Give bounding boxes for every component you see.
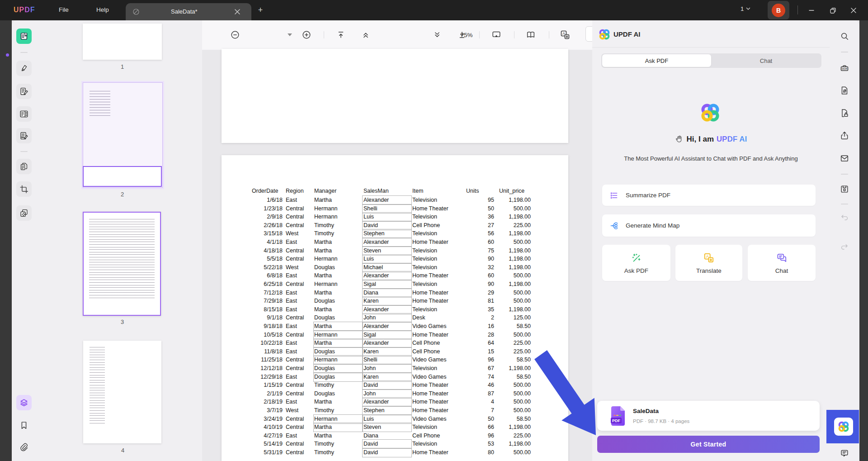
new-tab-button[interactable]: + — [256, 5, 265, 14]
ai-tagline: The Most Powerful AI Assistant to Chat w… — [592, 155, 830, 162]
summarize-label: Summarize PDF — [626, 192, 670, 199]
close-button[interactable] — [848, 5, 859, 16]
app-logo: UPDF — [14, 6, 35, 14]
bookmark-panel-button[interactable] — [16, 418, 32, 433]
updf-ai-hero-logo — [699, 102, 721, 124]
fill-sign-icon — [19, 131, 29, 141]
double-chevron-up-icon — [361, 30, 371, 40]
open-book-icon — [526, 30, 536, 40]
layers-panel-button[interactable] — [16, 395, 32, 410]
toolbar-separator — [324, 31, 324, 38]
titlebar-divider — [797, 5, 798, 14]
instance-count-dropdown[interactable]: 1 — [741, 5, 750, 12]
protect-button[interactable] — [837, 105, 852, 121]
rail-divider — [20, 151, 28, 152]
minimize-button[interactable] — [806, 5, 817, 16]
plus-circle-icon — [302, 30, 311, 40]
highlighter-icon — [19, 63, 29, 73]
translate-card[interactable]: A Translate — [675, 245, 742, 281]
first-page-button[interactable] — [335, 29, 346, 40]
thumbnail-page-2[interactable] — [83, 82, 163, 188]
share-button[interactable] — [837, 128, 852, 143]
table-row: 2/26/18CentralTimothyDavidCell Phone2722… — [222, 221, 556, 230]
tab-ask-pdf[interactable]: Ask PDF — [602, 54, 711, 67]
crop-pages-button[interactable] — [16, 181, 32, 197]
reader-icon — [19, 31, 29, 41]
table-row: 7/12/18EastMarthaDianaHome Theater29500.… — [222, 289, 556, 297]
watermark-button[interactable] — [16, 205, 32, 221]
table-row: 8/15/18EastMarthaAlexanderTelevision351,… — [222, 305, 556, 314]
last-page-button[interactable] — [457, 29, 467, 40]
generate-mind-map-button[interactable]: Generate Mind Map — [602, 214, 816, 237]
menu-help[interactable]: Help — [96, 6, 109, 13]
save-button[interactable] — [837, 181, 852, 197]
feedback-comment-icon — [840, 448, 849, 458]
chat-card[interactable]: Chat — [748, 245, 816, 281]
organize-pages-button[interactable] — [16, 159, 32, 174]
thumbnail-label: 3 — [83, 318, 162, 325]
tab-chat[interactable]: Chat — [712, 54, 821, 67]
file-name: SaleData — [633, 408, 659, 414]
file-card[interactable]: PDF SaleData PDF · 98.7 KB · 4 pages — [597, 401, 820, 431]
search-icon — [840, 31, 849, 41]
updf-ai-sidebar-button[interactable] — [826, 410, 859, 443]
table-row: 12/29/18EastDouglasKarenVideo Games7458.… — [222, 373, 556, 381]
greeting-brand: UPDF AI — [717, 135, 747, 144]
restore-button[interactable] — [827, 5, 838, 16]
rail-divider — [841, 52, 848, 52]
zoom-out-button[interactable] — [230, 29, 241, 40]
avatar: B — [772, 4, 785, 17]
comment-tool-button[interactable] — [16, 84, 32, 99]
highlighter-tool-button[interactable] — [16, 61, 32, 76]
undo-button[interactable] — [837, 209, 852, 225]
avatar-container[interactable]: B — [768, 1, 789, 19]
column-header: Manager — [314, 188, 336, 194]
mail-button[interactable] — [837, 151, 852, 166]
reading-mode-button[interactable] — [525, 29, 536, 40]
convert-button[interactable] — [837, 83, 852, 98]
updf-ai-logo-icon — [598, 28, 611, 41]
thumbnail-page-1[interactable] — [83, 24, 162, 60]
feedback-button[interactable] — [837, 446, 852, 461]
menu-file[interactable]: File — [59, 6, 69, 13]
form-tool-button[interactable] — [16, 106, 32, 122]
document-viewer[interactable]: OrderDate Region Manager SalesMan Item U… — [202, 50, 592, 461]
next-page-button[interactable] — [432, 29, 443, 40]
thumbnail-page-3[interactable] — [83, 212, 161, 316]
sign-tool-button[interactable] — [16, 128, 32, 143]
attachment-panel-button[interactable] — [16, 439, 32, 455]
translate-page-button[interactable]: A — [560, 29, 571, 40]
ocr-button[interactable]: OCR — [837, 60, 852, 76]
pdf-file-icon: PDF — [610, 405, 626, 427]
presentation-mode-button[interactable] — [491, 29, 502, 40]
table-row: 5/14/19CentralTimothyDavidTelevision531,… — [222, 440, 556, 448]
zoom-in-button[interactable] — [301, 29, 312, 40]
reader-mode-button[interactable] — [16, 29, 32, 44]
ask-pdf-card[interactable]: Ask PDF — [602, 245, 670, 281]
tab-edit-disabled-icon — [132, 8, 140, 16]
ai-tabs: Ask PDF Chat — [601, 53, 821, 68]
viewer-toolbar: 75% 3 / 4 A — [202, 20, 592, 50]
thumbnail-page-4[interactable] — [83, 341, 161, 443]
zoom-dropdown-caret[interactable] — [284, 29, 295, 40]
card-label: Chat — [775, 267, 788, 274]
search-button[interactable] — [837, 29, 852, 44]
thumbnail-viewport-indicator[interactable] — [83, 166, 162, 187]
table-row: 10/22/18EastMarthaAlexanderCell Phone642… — [222, 339, 556, 347]
tab-close-icon[interactable] — [234, 9, 241, 15]
left-toolbar-rail — [12, 20, 39, 461]
table-row: 3/15/18WestTimothyStephenTelevision561,1… — [222, 229, 556, 238]
table-row: 4/1/18EastMarthaAlexanderHome Theater605… — [222, 238, 556, 247]
bookmark-icon — [19, 420, 29, 430]
translate-card-icon: A — [703, 252, 715, 264]
pdf-badge: PDF — [612, 418, 621, 423]
chevron-down-icon — [746, 7, 750, 10]
table-row: 2/18/19EastMarthaAlexanderHome Theater45… — [222, 398, 556, 406]
get-started-button[interactable]: Get Started — [597, 436, 820, 453]
previous-page-button[interactable] — [360, 29, 371, 40]
redo-button[interactable] — [837, 239, 852, 254]
table-row: 11/25/18CentralHermannShelliVideo Games9… — [222, 356, 556, 364]
watermark-icon — [19, 208, 29, 218]
document-tab[interactable]: SaleData* — [126, 3, 251, 20]
summarize-pdf-button[interactable]: Summarize PDF — [602, 185, 816, 206]
